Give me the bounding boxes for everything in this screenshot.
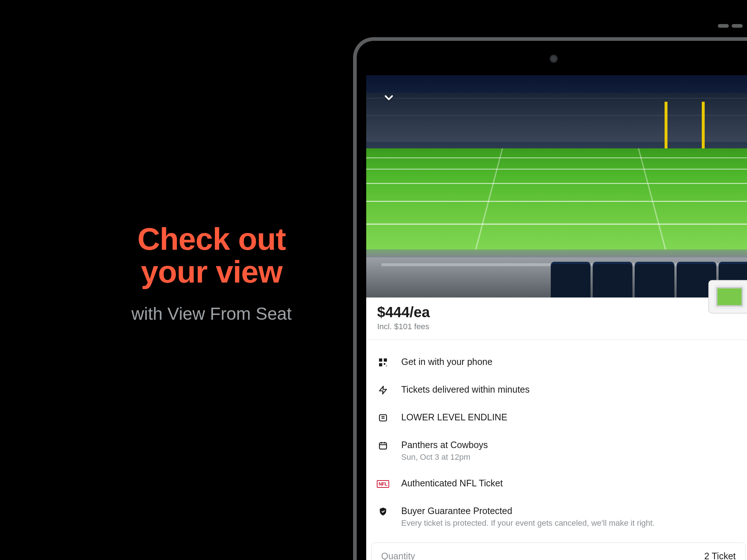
info-row-phone: Get in with your phone xyxy=(377,349,740,376)
svg-rect-4 xyxy=(386,366,387,366)
promo-headline-block: Check out your view with View From Seat xyxy=(80,222,343,324)
qr-icon xyxy=(377,357,389,368)
quantity-label: Quantity xyxy=(381,551,415,560)
info-delivery-text: Tickets delivered within minutes xyxy=(401,384,740,395)
svg-rect-2 xyxy=(379,363,382,366)
quantity-selector[interactable]: Quantity 2 Ticket xyxy=(371,542,746,560)
chevron-down-icon xyxy=(382,91,395,104)
guarantee-title: Buyer Guarantee Protected xyxy=(401,506,740,516)
app-screen: $444/ea Incl. $101 fees Get in with your… xyxy=(366,75,747,560)
nfl-badge-icon: NFL xyxy=(377,478,389,490)
ticket-price: $444/ea xyxy=(377,304,740,320)
event-title: Panthers at Cowboys xyxy=(401,440,740,450)
authenticated-text: Authenticated NFL Ticket xyxy=(401,478,740,489)
guarantee-sub: Every ticket is protected. If your event… xyxy=(401,518,740,528)
promo-headline: Check out your view xyxy=(80,222,343,288)
svg-rect-3 xyxy=(384,363,385,365)
info-row-event: Panthers at Cowboys Sun, Oct 3 at 12pm xyxy=(377,432,740,470)
info-row-delivery: Tickets delivered within minutes xyxy=(377,376,740,404)
tablet-camera xyxy=(550,55,558,63)
quantity-value: 2 Ticket xyxy=(704,551,736,560)
info-row-section: LOWER LEVEL ENDLINE xyxy=(377,404,740,432)
collapse-button[interactable] xyxy=(379,88,399,108)
ticket-fees: Incl. $101 fees xyxy=(377,322,740,331)
svg-rect-0 xyxy=(379,358,382,362)
promo-subtitle: with View From Seat xyxy=(80,304,343,324)
info-row-guarantee: Buyer Guarantee Protected Every ticket i… xyxy=(377,498,740,536)
info-section-text: LOWER LEVEL ENDLINE xyxy=(401,412,740,423)
svg-marker-5 xyxy=(379,386,387,394)
info-phone-text: Get in with your phone xyxy=(401,357,740,367)
calendar-icon xyxy=(377,440,389,451)
seat-view-image[interactable] xyxy=(366,75,747,298)
decorative-bars xyxy=(718,23,747,26)
divider xyxy=(366,339,747,340)
svg-rect-1 xyxy=(384,358,387,362)
ticket-details: $444/ea Incl. $101 fees Get in with your… xyxy=(366,298,747,536)
shield-icon xyxy=(377,506,389,517)
event-datetime: Sun, Oct 3 at 12pm xyxy=(401,452,740,462)
svg-rect-9 xyxy=(379,443,387,449)
info-list: Get in with your phone Tickets delivered… xyxy=(377,349,740,536)
lightning-icon xyxy=(377,384,389,396)
info-row-authenticated: NFL Authenticated NFL Ticket xyxy=(377,470,740,498)
tablet-frame: $444/ea Incl. $101 fees Get in with your… xyxy=(353,37,747,560)
ticket-icon xyxy=(377,412,389,424)
seating-minimap[interactable] xyxy=(708,280,747,314)
